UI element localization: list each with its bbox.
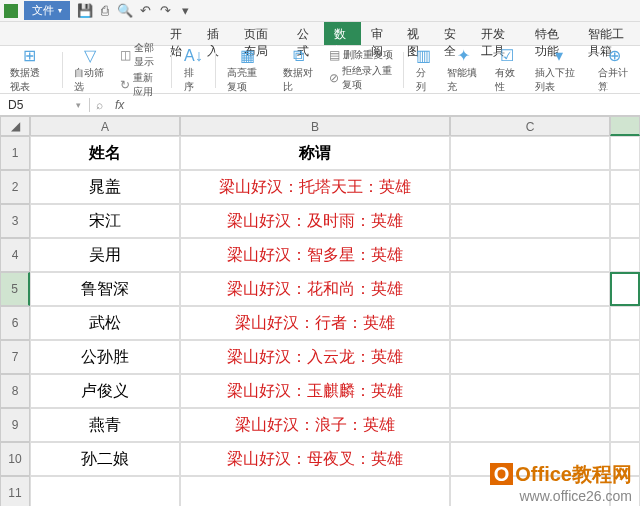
tab-special[interactable]: 特色功能: [525, 22, 579, 45]
row-header[interactable]: 4: [0, 238, 30, 272]
cell-d9[interactable]: [610, 408, 640, 442]
tab-start[interactable]: 开始: [160, 22, 197, 45]
cell-d2[interactable]: [610, 170, 640, 204]
cell-b7[interactable]: 梁山好汉：入云龙：英雄: [180, 340, 450, 374]
cell-b9[interactable]: 梁山好汉：浪子：英雄: [180, 408, 450, 442]
show-all-button[interactable]: ◫ 全部显示: [116, 40, 165, 70]
save-icon[interactable]: 💾: [78, 4, 92, 18]
cell-a3[interactable]: 宋江: [30, 204, 180, 238]
cell-c6[interactable]: [450, 306, 610, 340]
cell-a8[interactable]: 卢俊义: [30, 374, 180, 408]
separator: [215, 52, 216, 88]
cell-c2[interactable]: [450, 170, 610, 204]
sort-label: 排序: [184, 66, 203, 94]
wm-text1: Office教程网: [515, 463, 632, 485]
cell-c1[interactable]: [450, 136, 610, 170]
cell-b10[interactable]: 梁山好汉：母夜叉：英雄: [180, 442, 450, 476]
cell-a5[interactable]: 鲁智深: [30, 272, 180, 306]
row-header[interactable]: 7: [0, 340, 30, 374]
smartfill-icon: ✦: [457, 46, 470, 66]
row-header[interactable]: 2: [0, 170, 30, 204]
cell-d5[interactable]: [610, 272, 640, 306]
reject-dup-button[interactable]: ⊘ 拒绝录入重复项: [325, 63, 397, 93]
cell-a2[interactable]: 晁盖: [30, 170, 180, 204]
fx-label[interactable]: fx: [109, 98, 130, 112]
tab-insert[interactable]: 插入: [197, 22, 234, 45]
dropdown-list-icon: ▾: [555, 46, 563, 66]
cell-d8[interactable]: [610, 374, 640, 408]
redo-icon[interactable]: ↷: [158, 4, 172, 18]
consolidate-button[interactable]: ⊕ 合并计算: [592, 44, 636, 96]
cell-a6[interactable]: 武松: [30, 306, 180, 340]
compare-label: 数据对比: [283, 66, 315, 94]
row-header[interactable]: 11: [0, 476, 30, 506]
preview-icon[interactable]: 🔍: [118, 4, 132, 18]
cell-a9[interactable]: 燕青: [30, 408, 180, 442]
select-all-corner[interactable]: ◢: [0, 116, 30, 136]
cell-d6[interactable]: [610, 306, 640, 340]
tab-data[interactable]: 数据: [324, 22, 361, 45]
cell-b4[interactable]: 梁山好汉：智多星：英雄: [180, 238, 450, 272]
cell-d3[interactable]: [610, 204, 640, 238]
cell-c7[interactable]: [450, 340, 610, 374]
row-header[interactable]: 1: [0, 136, 30, 170]
tab-view[interactable]: 视图: [397, 22, 434, 45]
cell-a11[interactable]: [30, 476, 180, 506]
cell-b5[interactable]: 梁山好汉：花和尚：英雄: [180, 272, 450, 306]
row-header[interactable]: 10: [0, 442, 30, 476]
cell-b6[interactable]: 梁山好汉：行者：英雄: [180, 306, 450, 340]
reapply-button[interactable]: ↻ 重新应用: [116, 70, 165, 100]
more-icon[interactable]: ▾: [178, 4, 192, 18]
sort-icon: A↓: [184, 46, 203, 66]
cell-c5[interactable]: [450, 272, 610, 306]
cell-b8[interactable]: 梁山好汉：玉麒麟：英雄: [180, 374, 450, 408]
validation-button[interactable]: ☑ 有效性: [489, 44, 525, 96]
cell-a1[interactable]: 姓名: [30, 136, 180, 170]
tab-review[interactable]: 审阅: [361, 22, 398, 45]
row-header[interactable]: 6: [0, 306, 30, 340]
pivot-button[interactable]: ⊞ 数据透视表: [4, 44, 56, 96]
col-header-d[interactable]: [610, 116, 640, 136]
tab-layout[interactable]: 页面布局: [234, 22, 288, 45]
smart-fill-button[interactable]: ✦ 智能填充: [441, 44, 485, 96]
del-dup-icon: ▤: [329, 48, 340, 62]
cell-c8[interactable]: [450, 374, 610, 408]
cell-b1[interactable]: 称谓: [180, 136, 450, 170]
tab-formula[interactable]: 公式: [287, 22, 324, 45]
cell-a4[interactable]: 吴用: [30, 238, 180, 272]
tab-dev[interactable]: 开发工具: [471, 22, 525, 45]
del-dup-button[interactable]: ▤ 删除重复项: [325, 47, 397, 63]
cell-d4[interactable]: [610, 238, 640, 272]
cell-c4[interactable]: [450, 238, 610, 272]
data-compare-button[interactable]: ⧉ 数据对比: [277, 44, 321, 96]
cell-b11[interactable]: [180, 476, 450, 506]
cell-c3[interactable]: [450, 204, 610, 238]
dropdown-button[interactable]: ▾ 插入下拉列表: [529, 44, 589, 96]
col-header-c[interactable]: C: [450, 116, 610, 136]
print-icon[interactable]: ⎙: [98, 4, 112, 18]
cell-c9[interactable]: [450, 408, 610, 442]
name-box[interactable]: D5 ▾: [0, 98, 90, 112]
fx-icon[interactable]: ⌕: [90, 98, 109, 112]
tab-security[interactable]: 安全: [434, 22, 471, 45]
row-header[interactable]: 8: [0, 374, 30, 408]
cell-d1[interactable]: [610, 136, 640, 170]
col-header-a[interactable]: A: [30, 116, 180, 136]
sort-button[interactable]: A↓ 排序: [178, 44, 209, 96]
row-header[interactable]: 9: [0, 408, 30, 442]
row-header[interactable]: 5: [0, 272, 30, 306]
filter-button[interactable]: ▽ 自动筛选: [68, 44, 112, 96]
col-header-b[interactable]: B: [180, 116, 450, 136]
cell-d7[interactable]: [610, 340, 640, 374]
tab-smart[interactable]: 智能工具箱: [578, 22, 640, 45]
highlight-dup-button[interactable]: ▦ 高亮重复项: [221, 44, 273, 96]
cell-a7[interactable]: 公孙胜: [30, 340, 180, 374]
row-header[interactable]: 3: [0, 204, 30, 238]
cell-a10[interactable]: 孙二娘: [30, 442, 180, 476]
file-menu-button[interactable]: 文件 ▾: [24, 1, 70, 20]
split-button[interactable]: ▥ 分列: [410, 44, 438, 96]
undo-icon[interactable]: ↶: [138, 4, 152, 18]
cell-b3[interactable]: 梁山好汉：及时雨：英雄: [180, 204, 450, 238]
cell-b2[interactable]: 梁山好汉：托塔天王：英雄: [180, 170, 450, 204]
spreadsheet-grid[interactable]: ◢ A B C 1 姓名 称谓 2 晁盖 梁山好汉：托塔天王：英雄 3 宋江 梁…: [0, 116, 640, 506]
